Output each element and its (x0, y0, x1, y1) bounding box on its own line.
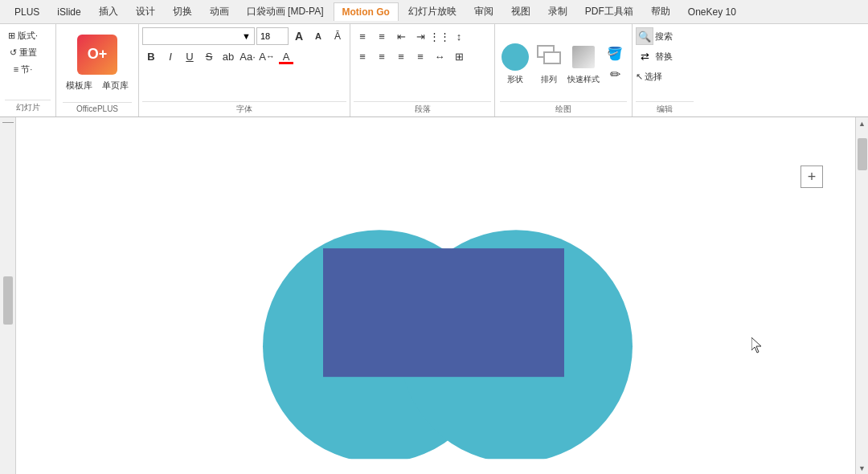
title-bar: PLUS iSlide 插入 设计 切换 动画 口袋动画 [MD-PA] Mot… (0, 0, 868, 24)
canvas-area[interactable]: + (16, 117, 855, 474)
scroll-thumb[interactable] (858, 138, 867, 170)
mouse-cursor (751, 337, 763, 356)
slide-group-label: 幻灯片 (5, 100, 51, 113)
replace-icon: ⇄ (636, 47, 653, 65)
tab-slideshow[interactable]: 幻灯片放映 (400, 2, 465, 22)
font-name-selector[interactable]: ▼ (142, 27, 255, 45)
decrease-indent-button[interactable]: ⇤ (392, 27, 410, 45)
font-group-label: 字体 (142, 101, 346, 115)
font-size-increase-button[interactable]: A (290, 27, 308, 45)
strikethrough-button[interactable]: S (200, 47, 218, 65)
cursor-svg (751, 337, 763, 353)
search-icon[interactable]: 🔍 (636, 27, 653, 45)
title-tabs: PLUS iSlide 插入 设计 切换 动画 口袋动画 [MD-PA] Mot… (6, 2, 862, 22)
shape-artwork (227, 161, 645, 461)
template-library-button[interactable]: 模板库 (63, 78, 96, 94)
para-row1: ≡ ≡ ⇤ ⇥ ⋮⋮ ↕ (354, 27, 491, 45)
draw-group: 形状 排列 快速样式 (495, 24, 633, 116)
bullet-list-button[interactable]: ≡ (354, 27, 371, 45)
para-group-label: 段落 (354, 101, 491, 115)
fill-outline-group: 🪣 ✏ (603, 44, 627, 83)
center-rectangle (323, 248, 564, 377)
tab-pocket-animation[interactable]: 口袋动画 [MD-PA] (239, 2, 332, 22)
tab-motion-go[interactable]: Motion Go (334, 2, 399, 21)
tab-animation[interactable]: 动画 (202, 2, 237, 22)
arrange-large-btn[interactable]: 排列 (534, 42, 564, 85)
tab-pdf[interactable]: PDF工具箱 (577, 2, 641, 22)
case-button[interactable]: Aa· (239, 47, 256, 65)
tab-insert[interactable]: 插入 (91, 2, 126, 22)
para-group: ≡ ≡ ⇤ ⇥ ⋮⋮ ↕ ≡ ≡ ≡ ≡ ↔ ⊞ 段落 (350, 24, 495, 116)
main-area: + ▲ ▼ (0, 117, 868, 474)
reset-button[interactable]: ↺ 重置 (5, 44, 41, 60)
ribbon: ⊞ 版式· ↺ 重置 ≡ 节· 幻灯片 O+ (0, 24, 868, 117)
increase-indent-button[interactable]: ⇥ (411, 27, 429, 45)
officeplus-label: OfficePLUS (63, 102, 132, 113)
font-name-row: ▼ 18 A A Ā (142, 27, 346, 45)
page-library-button[interactable]: 单页库 (99, 78, 132, 94)
select-icon: ↖ (636, 72, 643, 82)
align-left-button[interactable]: ≡ (354, 47, 371, 65)
v-scroll-thumb[interactable] (3, 276, 13, 325)
tab-onekey[interactable]: OneKey 10 (680, 3, 744, 21)
char-spacing-button[interactable]: A↔ (258, 47, 276, 65)
layout-button[interactable]: ⊞ 版式· (5, 27, 41, 43)
left-panel (0, 117, 16, 474)
col-layout-button[interactable]: ⋮⋮ (431, 27, 448, 45)
slide-canvas: + (16, 117, 855, 474)
fill-button[interactable]: 🪣 (603, 44, 627, 62)
shape-svg (227, 161, 645, 459)
smart-art-button[interactable]: ⊞ (450, 47, 468, 65)
tab-review[interactable]: 审阅 (466, 2, 502, 22)
font-format-row: B I U S ab Aa· A↔ A (142, 47, 346, 65)
font-color-button[interactable]: A (277, 47, 295, 65)
select-button[interactable]: ↖ 选择 (636, 67, 694, 85)
tab-transition[interactable]: 切换 (165, 2, 200, 22)
tab-record[interactable]: 录制 (540, 2, 575, 22)
v-scrollbar: ▲ ▼ (855, 117, 868, 474)
bold-button[interactable]: B (142, 47, 160, 65)
underline-button[interactable]: U (181, 47, 199, 65)
scroll-down-button[interactable]: ▼ (856, 462, 869, 474)
layout-icon: ⊞ (8, 31, 15, 41)
replace-button[interactable]: ⇄ 替换 (636, 47, 694, 65)
align-justify-button[interactable]: ≡ (411, 47, 429, 65)
edit-group-label: 编辑 (636, 101, 694, 115)
text-direction-button[interactable]: ↔ (431, 47, 448, 65)
add-slide-button[interactable]: + (800, 165, 823, 188)
para-row2: ≡ ≡ ≡ ≡ ↔ ⊞ (354, 47, 491, 65)
font-size-selector[interactable]: 18 (256, 27, 289, 45)
tab-islide[interactable]: iSlide (49, 3, 88, 21)
shadow-button[interactable]: ab (219, 47, 237, 65)
scroll-up-button[interactable]: ▲ (856, 117, 869, 130)
draw-group-label: 绘图 (500, 101, 627, 115)
align-right-button[interactable]: ≡ (392, 47, 410, 65)
clear-format-button[interactable]: Ā (329, 27, 346, 45)
reset-icon: ↺ (10, 47, 17, 58)
align-center-button[interactable]: ≡ (373, 47, 391, 65)
quick-style-btn[interactable]: 快速样式 (567, 42, 600, 85)
tab-view[interactable]: 视图 (503, 2, 538, 22)
tab-plus[interactable]: PLUS (6, 3, 47, 21)
section-button[interactable]: ≡ 节· (5, 61, 41, 77)
outline-button[interactable]: ✏ (603, 65, 627, 83)
officeplus-icon[interactable]: O+ (77, 35, 117, 75)
numbered-list-button[interactable]: ≡ (373, 27, 391, 45)
slide-group: ⊞ 版式· ↺ 重置 ≡ 节· 幻灯片 (0, 24, 56, 116)
edit-group: 🔍 搜索 ⇄ 替换 ↖ 选择 编辑 (633, 24, 697, 116)
tab-design[interactable]: 设计 (128, 2, 163, 22)
tab-help[interactable]: 帮助 (643, 2, 678, 22)
scroll-track (857, 130, 868, 462)
font-group: ▼ 18 A A Ā B I U S ab Aa· A↔ (139, 24, 350, 116)
officeplus-group: O+ 模板库 单页库 OfficePLUS (56, 24, 139, 116)
italic-button[interactable]: I (162, 47, 179, 65)
font-size-decrease-button[interactable]: A (309, 27, 327, 45)
h-scroll-indicator (2, 122, 14, 123)
shape-large-btn[interactable]: 形状 (500, 42, 530, 85)
line-spacing-button[interactable]: ↕ (450, 27, 468, 45)
section-icon: ≡ (14, 64, 18, 74)
